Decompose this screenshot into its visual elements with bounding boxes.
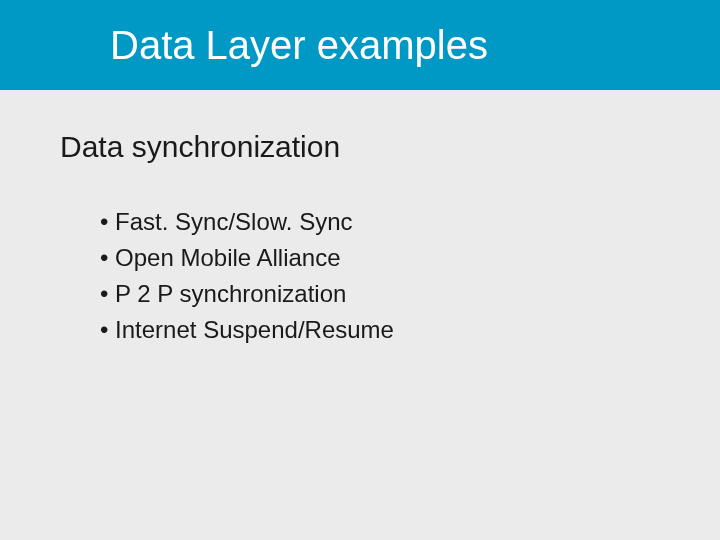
bullet-item: • Internet Suspend/Resume: [100, 312, 660, 348]
slide-header: Data Layer examples: [0, 0, 720, 90]
bullet-item: • Fast. Sync/Slow. Sync: [100, 204, 660, 240]
bullet-item: • P 2 P synchronization: [100, 276, 660, 312]
bullet-item: • Open Mobile Alliance: [100, 240, 660, 276]
section-subtitle: Data synchronization: [60, 130, 660, 164]
bullet-list: • Fast. Sync/Slow. Sync • Open Mobile Al…: [60, 204, 660, 348]
slide-title: Data Layer examples: [110, 23, 488, 68]
slide-body: Data synchronization • Fast. Sync/Slow. …: [0, 90, 720, 348]
